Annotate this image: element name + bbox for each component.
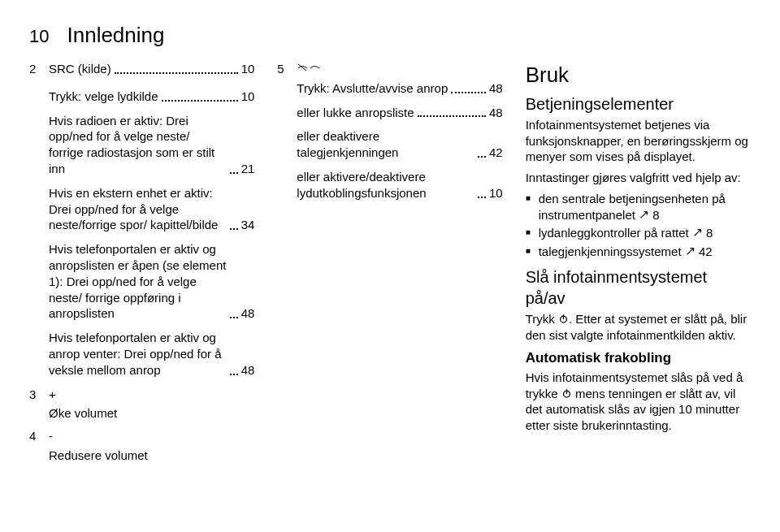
toc-page: 48	[489, 80, 503, 97]
page-header: 10 Innledning	[29, 23, 751, 48]
toc-leader	[115, 72, 238, 74]
toc-leader	[230, 172, 238, 174]
item-4-line: Redusere volumet	[49, 448, 254, 464]
toc-page: 48	[489, 105, 503, 121]
page: 10 Innledning 2 SRC (kilde) 10 Trykk: ve…	[0, 0, 780, 532]
item-4-header: 4 -	[29, 428, 254, 444]
column-3: Bruk Betjeningselementer Infotainmentsys…	[526, 61, 751, 470]
toc-entry: Hvis radioen er aktiv: Drei opp/ned for …	[49, 113, 254, 177]
power-icon	[558, 312, 569, 326]
ref-page: 42	[696, 244, 713, 258]
toc-page: 48	[241, 362, 255, 378]
item-number: 4	[29, 428, 41, 444]
list-text: lydanleggkontroller på rattet	[539, 226, 692, 240]
toc-entry: Trykk: Avslutte/avvise anrop 48	[297, 80, 502, 97]
item-number: 2	[29, 61, 41, 85]
crossref-icon	[639, 208, 649, 222]
text: Trykk	[526, 312, 558, 326]
heading-auto-off: Automatisk frakobling	[526, 349, 751, 367]
toc-page: 21	[241, 161, 255, 177]
toc-text: Hvis telefonportalen er aktiv og anrop v…	[49, 330, 227, 378]
toc-text: Trykk: Avslutte/avvise anrop	[297, 80, 448, 97]
toc-page: 10	[241, 89, 255, 105]
column-2: 5 Trykk: Avslutte/avvise anrop 48 eller …	[277, 61, 502, 470]
toc-entry: Hvis telefonportalen er aktiv og anrop v…	[49, 330, 254, 378]
paragraph: Infotainmentsystemet betjenes via funksj…	[526, 117, 751, 165]
toc-entry: eller lukke anropsliste 48	[297, 105, 502, 121]
column-1: 2 SRC (kilde) 10 Trykk: velge lydkilde 1…	[29, 61, 254, 470]
item-2-header: 2 SRC (kilde) 10	[29, 61, 254, 85]
item-key: +	[49, 387, 56, 403]
ref-page: 8	[649, 208, 660, 222]
toc-text: Hvis radioen er aktiv: Drei opp/ned for …	[49, 113, 227, 177]
columns: 2 SRC (kilde) 10 Trykk: velge lydkilde 1…	[29, 61, 751, 470]
heading-betjeningselementer: Betjeningselementer	[526, 93, 751, 115]
page-title: Innledning	[67, 23, 164, 48]
toc-key: SRC (kilde)	[49, 61, 111, 77]
toc-page: 10	[489, 185, 503, 201]
toc-leader	[418, 115, 486, 117]
phone-hangup-icon	[297, 61, 321, 77]
toc-entry: eller deaktivere talegjenkjenningen 42	[297, 128, 502, 161]
heading-bruk: Bruk	[526, 61, 751, 89]
item-key: -	[49, 428, 53, 444]
toc-page: 48	[241, 305, 255, 322]
toc-text: Hvis en ekstern enhet er aktiv: Drei opp…	[49, 185, 227, 233]
toc-text: eller aktivere/deaktivere lydutkoblingsf…	[297, 169, 474, 201]
paragraph: Inntastinger gjøres valgfritt ved hjelp …	[526, 170, 751, 186]
item-number: 3	[29, 387, 41, 403]
list-text: den sentrale betjeningsenheten på instru…	[539, 192, 726, 222]
toc-text: eller lukke anropsliste	[297, 105, 414, 121]
toc-text: Hvis telefonportalen er aktiv og anropsl…	[49, 241, 227, 322]
toc-entry: Hvis telefonportalen er aktiv og anropsl…	[49, 241, 254, 322]
toc-entry: Hvis en ekstern enhet er aktiv: Drei opp…	[49, 185, 254, 233]
list-item: den sentrale betjeningsenheten på instru…	[526, 191, 751, 223]
toc-page: 34	[241, 217, 255, 233]
toc-leader	[230, 317, 238, 318]
paragraph: Trykk . Etter at systemet er slått på, b…	[526, 311, 751, 344]
toc-leader	[451, 92, 486, 93]
item-number: 5	[277, 61, 288, 77]
toc-leader	[478, 156, 486, 158]
page-number: 10	[29, 26, 49, 47]
list-item: talegjenkjenningssystemet 42	[526, 244, 751, 260]
toc-entry: eller aktivere/deaktivere lydutkoblingsf…	[297, 169, 502, 201]
ref-page: 8	[703, 226, 713, 240]
toc-leader	[230, 374, 238, 375]
heading-power: Slå infotainmentsystemet på/av	[526, 266, 751, 309]
toc-leader	[162, 100, 238, 102]
toc-entry: Trykk: velge lydkilde 10	[49, 89, 254, 105]
toc-page: 10	[241, 61, 255, 77]
toc-page: 42	[489, 145, 503, 161]
crossref-icon	[692, 226, 703, 240]
item-3-header: 3 +	[29, 387, 254, 403]
toc-leader	[478, 197, 486, 198]
power-icon	[561, 387, 572, 400]
toc-text: eller deaktivere talegjenkjenningen	[297, 128, 474, 161]
toc-text: Trykk: velge lydkilde	[49, 89, 158, 105]
paragraph: Hvis infotainmentsystemet slås på ved å …	[526, 370, 751, 434]
item-3-line: Øke volumet	[49, 405, 254, 422]
toc-leader	[230, 228, 238, 230]
bullet-list: den sentrale betjeningsenheten på instru…	[526, 191, 751, 260]
list-text: talegjenkjenningssystemet	[539, 244, 685, 258]
item-5-header: 5	[277, 61, 502, 77]
list-item: lydanleggkontroller på rattet 8	[526, 225, 751, 241]
crossref-icon	[685, 244, 696, 258]
toc-entry: SRC (kilde) 10	[49, 61, 254, 77]
